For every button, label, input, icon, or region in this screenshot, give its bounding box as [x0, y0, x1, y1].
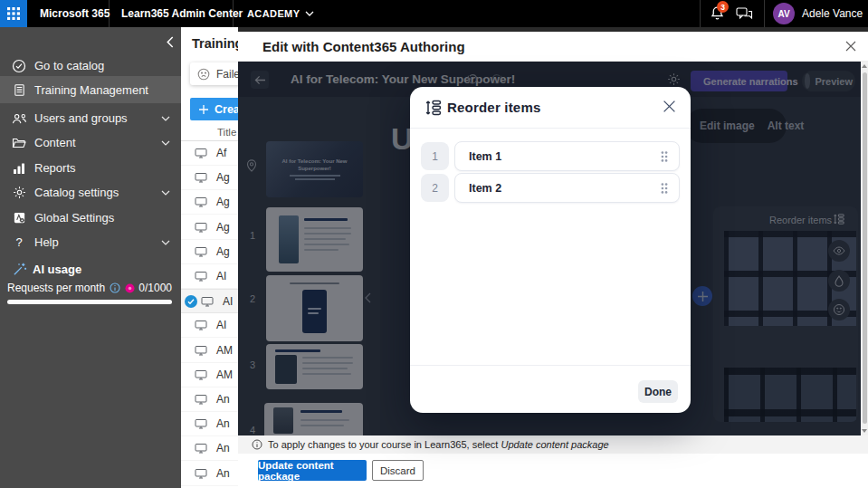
- sidebar-item-catalog-settings[interactable]: Catalog settings: [0, 180, 181, 205]
- sidebar-item-label: Content: [34, 136, 76, 149]
- close-icon: [845, 41, 856, 52]
- modal-scrollbar[interactable]: [861, 62, 868, 435]
- reorder-item-row[interactable]: Item 2: [454, 173, 680, 203]
- monitor-icon: [195, 148, 207, 158]
- failed-processing-chip[interactable]: Failed pro: [190, 62, 244, 85]
- sidebar-item-label: Go to catalog: [34, 59, 104, 72]
- chat-icon: [736, 6, 753, 21]
- row-title: AI: [223, 295, 233, 308]
- table-row[interactable]: Ag: [181, 215, 244, 240]
- suite-topbar: Microsoft 365 Learn365 Admin Center ACAD…: [0, 0, 868, 27]
- row-title: Ag: [216, 171, 230, 184]
- table-row[interactable]: Af: [181, 141, 244, 166]
- table-row[interactable]: Ag: [181, 166, 244, 190]
- info-text-command: Update content package: [501, 439, 608, 450]
- column-header-title: Title: [217, 127, 236, 138]
- reorder-icon: [424, 99, 443, 117]
- quota-value: 0/1000: [138, 282, 172, 294]
- feedback-button[interactable]: [736, 6, 753, 21]
- tenant-selector[interactable]: ACADEMY: [247, 0, 314, 27]
- user-avatar[interactable]: AV: [773, 3, 795, 24]
- drag-handle-icon[interactable]: [660, 150, 669, 163]
- scroll-down-arrow[interactable]: [862, 429, 867, 433]
- table-row[interactable]: AI: [181, 313, 244, 338]
- selected-check-icon[interactable]: [185, 295, 197, 308]
- admin-sidebar: Go to catalog Training Management Users …: [0, 27, 181, 488]
- chevron-down-icon: [305, 11, 314, 16]
- sidebar-item-ai-usage[interactable]: AI usage: [0, 259, 181, 279]
- content365-authoring-modal: Edit with Content365 Authoring AI for Te…: [238, 32, 868, 488]
- app-settings-icon: [11, 211, 27, 225]
- table-row[interactable]: An: [181, 388, 244, 412]
- info-icon[interactable]: [110, 282, 120, 293]
- bar-chart-icon: [11, 162, 27, 175]
- done-button[interactable]: Done: [638, 380, 678, 403]
- item-order-badge: 2: [421, 174, 449, 202]
- ai-usage-progress-bar: [7, 300, 172, 304]
- sidebar-item-reports[interactable]: Reports: [0, 156, 181, 180]
- sidebar-item-training-management[interactable]: Training Management: [0, 76, 181, 103]
- row-title: An: [216, 467, 230, 480]
- dialog-close-button[interactable]: [663, 100, 676, 113]
- brand-home-link[interactable]: Microsoft 365: [40, 0, 110, 27]
- monitor-icon: [195, 468, 207, 479]
- drag-handle-icon[interactable]: [660, 182, 669, 195]
- training-management-panel: Training Management Failed pro Create tr…: [181, 27, 244, 488]
- ai-usage-label: AI usage: [33, 263, 81, 276]
- modal-footer: Update content package Discard: [238, 454, 868, 488]
- reorder-items-dialog: Reorder items 1 Item 1 2 Item 2 Done: [410, 87, 691, 413]
- table-row[interactable]: An: [181, 436, 244, 461]
- sidebar-item-go-to-catalog[interactable]: Go to catalog: [0, 53, 181, 78]
- reorder-item-row[interactable]: Item 1: [454, 141, 680, 171]
- gear-icon: [11, 186, 27, 199]
- modal-title: Edit with Content365 Authoring: [262, 39, 465, 54]
- scrollbar-thumb[interactable]: [863, 72, 867, 424]
- app-title-link[interactable]: Learn365 Admin Center: [121, 0, 243, 27]
- item-order-badge: 1: [421, 142, 449, 170]
- row-title: An: [216, 417, 230, 430]
- waffle-menu-button[interactable]: [0, 0, 27, 27]
- app-window: Microsoft 365 Learn365 Admin Center ACAD…: [0, 0, 868, 488]
- row-title: Ag: [216, 221, 230, 234]
- monitor-icon: [195, 394, 207, 405]
- chevron-down-icon: [161, 190, 170, 196]
- plus-icon: [199, 105, 208, 114]
- monitor-icon: [195, 196, 207, 207]
- row-title: AI: [216, 270, 226, 282]
- tenant-label: ACADEMY: [247, 8, 300, 19]
- training-list-icon: [11, 83, 27, 97]
- quota-gem-icon: [125, 283, 135, 293]
- sidebar-item-content[interactable]: Content: [0, 130, 181, 155]
- create-training-button[interactable]: Create tra: [190, 98, 244, 120]
- sidebar-item-label: Catalog settings: [34, 186, 119, 199]
- monitor-icon: [195, 271, 207, 282]
- discard-button[interactable]: Discard: [372, 460, 424, 481]
- people-icon: [11, 112, 27, 125]
- sidebar-item-label: Reports: [34, 161, 76, 175]
- table-row[interactable]: Ag: [181, 240, 244, 264]
- monitor-icon: [195, 246, 207, 257]
- chevron-left-icon: [167, 36, 174, 48]
- wand-icon: [11, 262, 27, 277]
- sidebar-collapse-button[interactable]: [167, 36, 174, 48]
- item-label: Item 2: [469, 182, 501, 195]
- scroll-up-arrow[interactable]: [862, 64, 867, 68]
- dialog-footer-divider: [410, 365, 691, 366]
- table-row[interactable]: Ag: [181, 190, 244, 215]
- table-row[interactable]: AM: [181, 363, 244, 388]
- table-row[interactable]: AI: [181, 264, 244, 289]
- table-row-selected[interactable]: AI: [181, 289, 244, 313]
- table-row[interactable]: AM: [181, 339, 244, 363]
- row-title: AM: [216, 344, 233, 357]
- row-title: An: [216, 393, 230, 406]
- table-row[interactable]: An: [181, 412, 244, 436]
- sidebar-item-global-settings[interactable]: Global Settings: [0, 206, 181, 230]
- chevron-down-icon: [161, 140, 170, 146]
- table-row[interactable]: An: [181, 462, 244, 486]
- modal-close-button[interactable]: [845, 41, 856, 52]
- sidebar-item-help[interactable]: ? Help: [0, 230, 181, 254]
- row-title: Af: [216, 147, 226, 159]
- update-content-package-button[interactable]: Update content package: [258, 460, 367, 481]
- waffle-icon: [7, 7, 20, 20]
- sidebar-item-users-and-groups[interactable]: Users and groups: [0, 106, 181, 130]
